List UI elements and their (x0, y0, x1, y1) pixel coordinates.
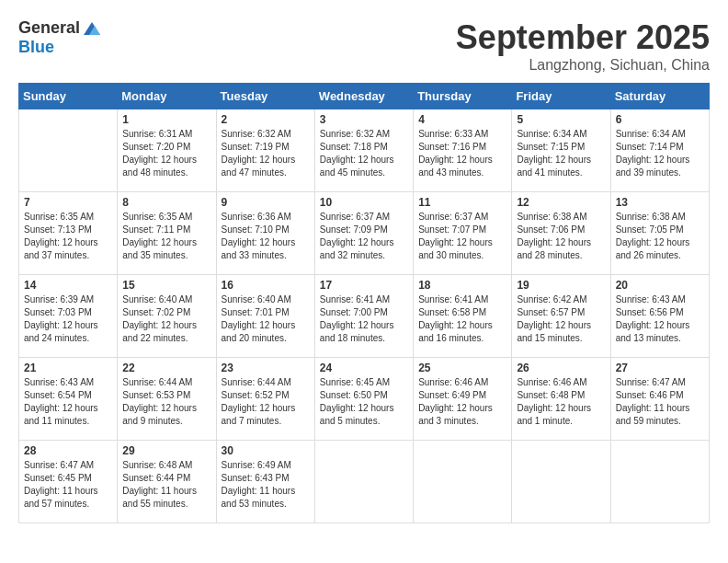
calendar-cell: 15Sunrise: 6:40 AMSunset: 7:02 PMDayligh… (118, 275, 216, 358)
day-number: 12 (517, 196, 605, 209)
day-info: Sunrise: 6:34 AMSunset: 7:14 PMDaylight:… (616, 128, 704, 179)
weekday-header-thursday: Thursday (414, 84, 512, 109)
calendar-cell (610, 441, 709, 523)
calendar-header: SundayMondayTuesdayWednesdayThursdayFrid… (19, 84, 710, 109)
calendar-cell: 1Sunrise: 6:31 AMSunset: 7:20 PMDaylight… (118, 109, 216, 192)
calendar-cell: 13Sunrise: 6:38 AMSunset: 7:05 PMDayligh… (610, 192, 709, 275)
calendar-cell: 7Sunrise: 6:35 AMSunset: 7:13 PMDaylight… (19, 192, 118, 275)
day-info: Sunrise: 6:39 AMSunset: 7:03 PMDaylight:… (24, 293, 112, 345)
day-info: Sunrise: 6:31 AMSunset: 7:20 PMDaylight:… (122, 128, 210, 179)
calendar-cell: 9Sunrise: 6:36 AMSunset: 7:10 PMDaylight… (216, 192, 314, 275)
calendar-cell: 10Sunrise: 6:37 AMSunset: 7:09 PMDayligh… (314, 192, 413, 275)
calendar-cell: 22Sunrise: 6:44 AMSunset: 6:53 PMDayligh… (118, 358, 216, 441)
day-number: 22 (122, 362, 210, 374)
day-number: 2 (222, 113, 310, 126)
day-info: Sunrise: 6:44 AMSunset: 6:53 PMDaylight:… (122, 376, 210, 428)
logo-blue-text: Blue (18, 39, 54, 57)
day-info: Sunrise: 6:37 AMSunset: 7:07 PMDaylight:… (418, 211, 506, 262)
calendar-cell: 16Sunrise: 6:40 AMSunset: 7:01 PMDayligh… (216, 275, 314, 358)
calendar-location: Langzhong, Sichuan, China (456, 57, 710, 74)
day-number: 23 (222, 362, 310, 374)
day-info: Sunrise: 6:38 AMSunset: 7:05 PMDaylight:… (616, 211, 704, 262)
day-info: Sunrise: 6:46 AMSunset: 6:48 PMDaylight:… (517, 376, 605, 428)
weekday-header-wednesday: Wednesday (314, 84, 413, 109)
day-number: 25 (418, 362, 506, 374)
day-info: Sunrise: 6:36 AMSunset: 7:10 PMDaylight:… (222, 211, 310, 262)
logo: General Blue (18, 18, 102, 57)
calendar-cell: 4Sunrise: 6:33 AMSunset: 7:16 PMDaylight… (414, 109, 512, 192)
calendar-cell: 19Sunrise: 6:42 AMSunset: 6:57 PMDayligh… (512, 275, 610, 358)
day-info: Sunrise: 6:41 AMSunset: 6:58 PMDaylight:… (418, 293, 506, 345)
title-block: September 2025 Langzhong, Sichuan, China (456, 18, 710, 74)
calendar-cell: 3Sunrise: 6:32 AMSunset: 7:18 PMDaylight… (314, 109, 413, 192)
day-info: Sunrise: 6:45 AMSunset: 6:50 PMDaylight:… (320, 376, 408, 428)
calendar-cell: 26Sunrise: 6:46 AMSunset: 6:48 PMDayligh… (512, 358, 610, 441)
day-info: Sunrise: 6:44 AMSunset: 6:52 PMDaylight:… (222, 376, 310, 428)
day-number: 5 (517, 113, 605, 126)
day-info: Sunrise: 6:35 AMSunset: 7:11 PMDaylight:… (122, 211, 210, 262)
calendar-cell: 30Sunrise: 6:49 AMSunset: 6:43 PMDayligh… (216, 441, 314, 523)
day-number: 30 (222, 444, 310, 457)
day-number: 18 (418, 279, 506, 292)
calendar-cell: 14Sunrise: 6:39 AMSunset: 7:03 PMDayligh… (19, 275, 118, 358)
day-info: Sunrise: 6:42 AMSunset: 6:57 PMDaylight:… (517, 293, 605, 345)
calendar-cell: 5Sunrise: 6:34 AMSunset: 7:15 PMDaylight… (512, 109, 610, 192)
day-info: Sunrise: 6:32 AMSunset: 7:18 PMDaylight:… (320, 128, 408, 179)
day-number: 17 (320, 279, 408, 292)
page-header: General Blue September 2025 Langzhong, S… (18, 18, 710, 74)
calendar-cell (512, 441, 610, 523)
day-info: Sunrise: 6:38 AMSunset: 7:06 PMDaylight:… (517, 211, 605, 262)
calendar-cell: 24Sunrise: 6:45 AMSunset: 6:50 PMDayligh… (314, 358, 413, 441)
day-info: Sunrise: 6:43 AMSunset: 6:54 PMDaylight:… (24, 376, 112, 428)
calendar-title: September 2025 (456, 18, 710, 57)
day-info: Sunrise: 6:40 AMSunset: 7:02 PMDaylight:… (122, 293, 210, 345)
day-number: 29 (122, 444, 210, 457)
calendar-cell: 8Sunrise: 6:35 AMSunset: 7:11 PMDaylight… (118, 192, 216, 275)
calendar-cell: 17Sunrise: 6:41 AMSunset: 7:00 PMDayligh… (314, 275, 413, 358)
week-row-1: 1Sunrise: 6:31 AMSunset: 7:20 PMDaylight… (19, 109, 710, 192)
day-number: 16 (222, 279, 310, 292)
day-number: 28 (24, 444, 112, 457)
calendar-cell: 29Sunrise: 6:48 AMSunset: 6:44 PMDayligh… (118, 441, 216, 523)
week-row-3: 14Sunrise: 6:39 AMSunset: 7:03 PMDayligh… (19, 275, 710, 358)
day-info: Sunrise: 6:47 AMSunset: 6:46 PMDaylight:… (616, 376, 704, 428)
calendar-cell: 6Sunrise: 6:34 AMSunset: 7:14 PMDaylight… (610, 109, 709, 192)
calendar-table: SundayMondayTuesdayWednesdayThursdayFrid… (18, 83, 710, 523)
day-number: 11 (418, 196, 506, 209)
logo-general-text: General (18, 19, 80, 38)
logo-icon (82, 18, 102, 39)
day-number: 27 (616, 362, 704, 374)
day-number: 21 (24, 362, 112, 374)
day-number: 3 (320, 113, 408, 126)
day-number: 9 (222, 196, 310, 209)
day-info: Sunrise: 6:48 AMSunset: 6:44 PMDaylight:… (122, 459, 210, 511)
calendar-cell: 11Sunrise: 6:37 AMSunset: 7:07 PMDayligh… (414, 192, 512, 275)
calendar-cell: 27Sunrise: 6:47 AMSunset: 6:46 PMDayligh… (610, 358, 709, 441)
calendar-cell: 23Sunrise: 6:44 AMSunset: 6:52 PMDayligh… (216, 358, 314, 441)
calendar-cell (414, 441, 512, 523)
day-info: Sunrise: 6:41 AMSunset: 7:00 PMDaylight:… (320, 293, 408, 345)
calendar-body: 1Sunrise: 6:31 AMSunset: 7:20 PMDaylight… (19, 109, 710, 523)
day-info: Sunrise: 6:49 AMSunset: 6:43 PMDaylight:… (222, 459, 310, 511)
week-row-5: 28Sunrise: 6:47 AMSunset: 6:45 PMDayligh… (19, 441, 710, 523)
calendar-cell: 21Sunrise: 6:43 AMSunset: 6:54 PMDayligh… (19, 358, 118, 441)
calendar-cell: 2Sunrise: 6:32 AMSunset: 7:19 PMDaylight… (216, 109, 314, 192)
day-number: 20 (616, 279, 704, 292)
day-number: 26 (517, 362, 605, 374)
week-row-2: 7Sunrise: 6:35 AMSunset: 7:13 PMDaylight… (19, 192, 710, 275)
calendar-cell (19, 109, 118, 192)
calendar-cell: 18Sunrise: 6:41 AMSunset: 6:58 PMDayligh… (414, 275, 512, 358)
day-info: Sunrise: 6:33 AMSunset: 7:16 PMDaylight:… (418, 128, 506, 179)
day-info: Sunrise: 6:47 AMSunset: 6:45 PMDaylight:… (24, 459, 112, 511)
day-info: Sunrise: 6:43 AMSunset: 6:56 PMDaylight:… (616, 293, 704, 345)
day-info: Sunrise: 6:32 AMSunset: 7:19 PMDaylight:… (222, 128, 310, 179)
weekday-row: SundayMondayTuesdayWednesdayThursdayFrid… (19, 84, 710, 109)
weekday-header-tuesday: Tuesday (216, 84, 314, 109)
day-info: Sunrise: 6:37 AMSunset: 7:09 PMDaylight:… (320, 211, 408, 262)
calendar-cell: 28Sunrise: 6:47 AMSunset: 6:45 PMDayligh… (19, 441, 118, 523)
day-number: 24 (320, 362, 408, 374)
day-number: 1 (122, 113, 210, 126)
weekday-header-saturday: Saturday (610, 84, 709, 109)
day-info: Sunrise: 6:35 AMSunset: 7:13 PMDaylight:… (24, 211, 112, 262)
calendar-cell (314, 441, 413, 523)
